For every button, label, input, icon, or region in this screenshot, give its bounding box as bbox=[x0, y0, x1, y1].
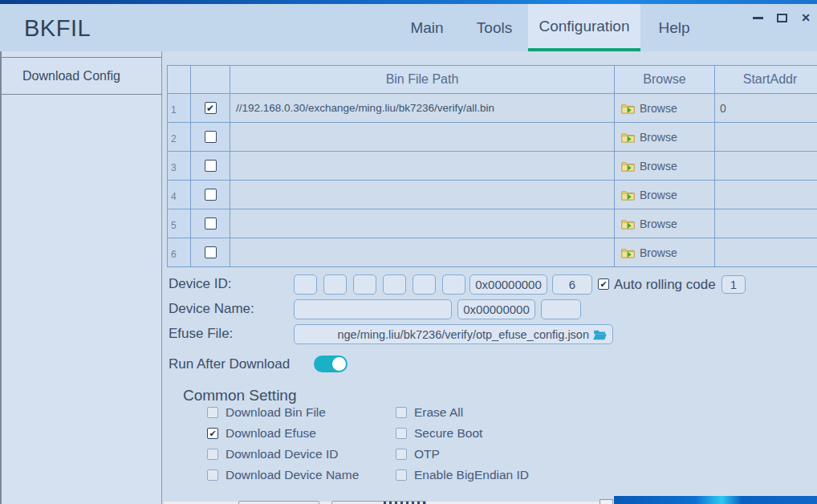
device-id-byte-2[interactable] bbox=[353, 274, 376, 295]
row-checkbox[interactable] bbox=[205, 131, 217, 143]
open-folder-icon[interactable] bbox=[593, 329, 608, 340]
setting-checkbox[interactable] bbox=[207, 449, 218, 460]
browse-button-label: Browse bbox=[640, 217, 677, 230]
row-checkbox[interactable] bbox=[205, 102, 217, 114]
device-id-byte-3[interactable] bbox=[383, 274, 406, 295]
setting-checkbox[interactable] bbox=[396, 469, 407, 481]
bin-file-path-field[interactable] bbox=[230, 209, 615, 238]
row-number: 4 bbox=[168, 181, 191, 209]
browse-button[interactable]: Browse bbox=[615, 238, 715, 267]
bin-file-table: Bin File Path Browse StartAddr 1 //192.1… bbox=[167, 65, 817, 267]
start-addr-field[interactable] bbox=[715, 152, 817, 181]
row-checkbox[interactable] bbox=[205, 160, 217, 172]
bin-file-path-field[interactable] bbox=[230, 181, 615, 209]
auto-rolling-code-value[interactable]: 1 bbox=[721, 275, 746, 294]
maximize-button[interactable] bbox=[774, 10, 790, 25]
run-after-download-toggle[interactable] bbox=[314, 356, 348, 372]
device-id-byte-5[interactable] bbox=[442, 274, 465, 295]
minimize-button[interactable] bbox=[750, 10, 766, 25]
tab-configuration[interactable]: Configuration bbox=[528, 4, 640, 51]
close-button[interactable]: ✕ bbox=[798, 10, 814, 25]
start-addr-field[interactable] bbox=[715, 238, 817, 267]
start-addr-field[interactable]: 0 bbox=[715, 94, 817, 123]
setting-label: Enable BigEndian ID bbox=[414, 468, 529, 482]
title-bar: BKFIL Main Tools Configuration Help ✕ bbox=[0, 4, 817, 51]
row-check-cell bbox=[191, 152, 230, 181]
sidebar-item-label: Download Config bbox=[22, 69, 120, 83]
sidebar-item-download-config[interactable]: Download Config bbox=[2, 57, 162, 95]
bin-file-path-field[interactable] bbox=[230, 152, 615, 181]
device-id-hex-field[interactable]: 0x00000000 bbox=[469, 274, 547, 295]
device-name-field[interactable] bbox=[294, 299, 452, 319]
header-start-addr: StartAddr bbox=[715, 66, 817, 94]
device-id-count-field[interactable]: 6 bbox=[552, 274, 592, 295]
browse-button[interactable]: Browse bbox=[615, 209, 715, 238]
device-id-byte-4[interactable] bbox=[413, 274, 436, 295]
header-index bbox=[168, 66, 191, 94]
table-row: 4 Browse bbox=[168, 181, 817, 209]
table-row: 1 //192.168.0.30/exchange/ming.liu/bk723… bbox=[168, 94, 817, 123]
header-browse: Browse bbox=[615, 66, 715, 94]
setting-checkbox[interactable] bbox=[396, 449, 407, 460]
browse-button-label: Browse bbox=[640, 160, 677, 173]
device-name-hex-field[interactable]: 0x00000000 bbox=[457, 299, 535, 319]
setting-checkbox-item[interactable]: Secure Boot bbox=[396, 428, 529, 439]
toggle-knob bbox=[332, 357, 346, 371]
browse-button[interactable]: Browse bbox=[615, 181, 715, 209]
device-name-label: Device Name: bbox=[169, 301, 254, 317]
row-number: 2 bbox=[168, 123, 191, 152]
close-icon: ✕ bbox=[801, 12, 811, 23]
table-header-row: Bin File Path Browse StartAddr bbox=[168, 66, 817, 94]
folder-icon bbox=[621, 103, 635, 114]
tab-tools[interactable]: Tools bbox=[454, 4, 535, 51]
bin-file-path-field[interactable] bbox=[230, 238, 615, 267]
setting-checkbox-item[interactable]: Download Bin File bbox=[207, 407, 359, 418]
setting-checkbox[interactable] bbox=[207, 407, 218, 418]
setting-checkbox-item[interactable]: Enable BigEndian ID bbox=[396, 469, 529, 481]
bottom-cutoff-button-1[interactable] bbox=[238, 501, 319, 504]
browse-button[interactable]: Browse bbox=[615, 123, 715, 152]
row-checkbox[interactable] bbox=[205, 189, 217, 201]
setting-checkbox-item[interactable]: OTP bbox=[396, 449, 529, 460]
start-addr-field[interactable] bbox=[715, 209, 817, 238]
common-setting-title: Common Setting bbox=[183, 387, 297, 404]
device-id-label: Device ID: bbox=[169, 276, 231, 292]
setting-label: Download Device Name bbox=[226, 468, 359, 482]
setting-checkbox[interactable] bbox=[207, 469, 218, 481]
device-id-byte-0[interactable] bbox=[294, 274, 317, 295]
folder-icon bbox=[621, 247, 635, 258]
setting-checkbox-item[interactable]: Download Device Name bbox=[207, 469, 359, 481]
setting-label: Download Bin File bbox=[226, 405, 326, 420]
setting-checkbox[interactable] bbox=[396, 407, 407, 418]
setting-checkbox-item[interactable]: Download Efuse bbox=[207, 428, 359, 439]
table-row: 3 Browse bbox=[168, 152, 817, 181]
setting-label: OTP bbox=[414, 447, 440, 461]
setting-label: Download Efuse bbox=[226, 426, 316, 441]
device-id-byte-1[interactable] bbox=[323, 274, 347, 295]
bin-file-path-field[interactable]: //192.168.0.30/exchange/ming.liu/bk7236/… bbox=[230, 94, 615, 123]
setting-checkbox-item[interactable]: Erase All bbox=[396, 407, 529, 418]
app-title: BKFIL bbox=[24, 15, 91, 42]
header-check bbox=[191, 66, 230, 94]
browse-button[interactable]: Browse bbox=[615, 152, 715, 181]
setting-checkbox-item[interactable]: Download Device ID bbox=[207, 449, 359, 460]
efuse-file-label: Efuse File: bbox=[169, 326, 233, 342]
folder-icon bbox=[621, 189, 635, 201]
efuse-file-field[interactable]: nge/ming.liu/bk7236/verify/otp_efuse_con… bbox=[294, 324, 613, 344]
row-check-cell bbox=[191, 181, 230, 209]
folder-icon bbox=[621, 218, 635, 230]
start-addr-field[interactable] bbox=[715, 181, 817, 209]
start-addr-field[interactable] bbox=[715, 123, 817, 152]
setting-checkbox[interactable] bbox=[207, 428, 218, 439]
device-name-extra-field[interactable] bbox=[541, 299, 581, 319]
setting-checkbox[interactable] bbox=[396, 428, 407, 439]
auto-rolling-code-checkbox[interactable] bbox=[598, 278, 609, 290]
row-checkbox[interactable] bbox=[205, 217, 217, 230]
bin-file-path-field[interactable] bbox=[230, 123, 615, 152]
minimize-icon bbox=[753, 17, 763, 19]
tab-help[interactable]: Help bbox=[634, 4, 714, 51]
row-number: 6 bbox=[168, 238, 191, 267]
browse-button[interactable]: Browse bbox=[615, 94, 715, 123]
row-checkbox[interactable] bbox=[205, 246, 217, 258]
table-row: 2 Browse bbox=[168, 123, 817, 152]
